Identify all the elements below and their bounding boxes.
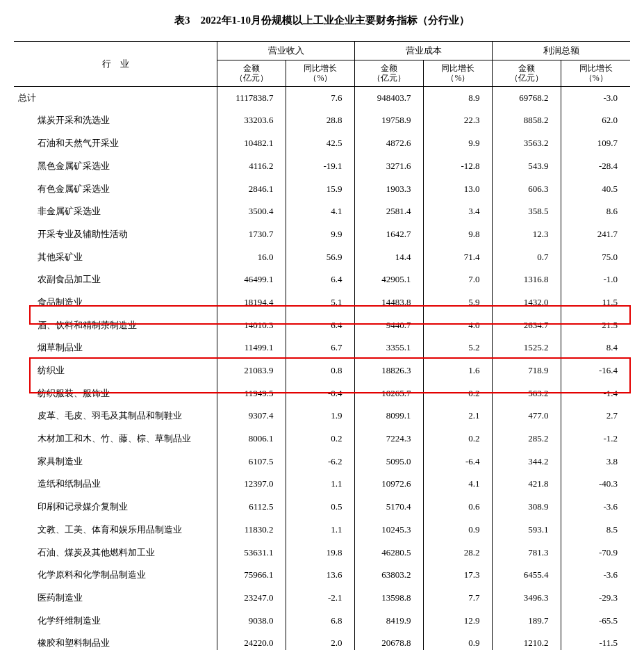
- cell-prof: 344.2: [493, 450, 561, 473]
- cell-industry: 石油和天然气开采业: [14, 132, 217, 155]
- cell-prof: 189.7: [493, 610, 561, 633]
- col-cost-amount: 金额（亿元）: [355, 60, 424, 87]
- cell-costg: 4.1: [424, 473, 493, 496]
- cell-industry: 木材加工和木、竹、藤、棕、草制品业: [14, 428, 217, 450]
- table-row: 纺织业21083.90.818826.31.6718.9-16.4: [14, 359, 630, 382]
- cell-industry: 烟草制品业: [14, 336, 217, 359]
- cell-prof: 1316.8: [493, 268, 561, 291]
- cell-rev: 16.0: [217, 246, 286, 269]
- cell-prof: 1432.0: [493, 291, 561, 314]
- cell-rev: 75966.1: [217, 564, 286, 587]
- cell-revg: 6.7: [286, 336, 355, 359]
- cell-cost: 14483.8: [355, 291, 424, 314]
- cell-cost: 8419.9: [355, 610, 424, 633]
- table-row: 化学纤维制造业9038.06.88419.912.9189.7-65.5: [14, 610, 630, 633]
- table-container: 行 业 营业收入 营业成本 利润总额 金额（亿元） 同比增长（%） 金额（亿元）…: [14, 41, 630, 650]
- cell-profg: 8.5: [561, 519, 630, 542]
- table-row: 酒、饮料和精制茶制造业14010.36.49440.74.02634.721.5: [14, 314, 630, 337]
- table-row: 烟草制品业11499.16.73355.15.21525.28.4: [14, 336, 630, 359]
- cell-revg: 6.4: [286, 268, 355, 291]
- cell-costg: 9.8: [424, 223, 493, 246]
- table-body: 总计1117838.77.6948403.78.969768.2-3.0煤炭开采…: [14, 86, 630, 650]
- cell-prof: 12.3: [493, 223, 561, 246]
- cell-prof: 285.2: [493, 428, 561, 450]
- table-row: 家具制造业6107.5-6.25095.0-6.4344.23.8: [14, 450, 630, 473]
- cell-revg: -19.1: [286, 155, 355, 178]
- cell-profg: 40.5: [561, 178, 630, 201]
- col-rev-growth: 同比增长（%）: [286, 60, 355, 87]
- cell-cost: 5170.4: [355, 496, 424, 519]
- table-row: 皮革、毛皮、羽毛及其制品和制鞋业9307.41.98099.12.1477.02…: [14, 405, 630, 428]
- cell-profg: -29.3: [561, 587, 630, 610]
- cell-costg: 8.9: [424, 86, 493, 109]
- cell-profg: 3.8: [561, 450, 630, 473]
- cell-prof: 563.2: [493, 382, 561, 405]
- cell-rev: 14010.3: [217, 314, 286, 337]
- col-group-revenue: 营业收入: [217, 42, 355, 60]
- cell-profg: -40.3: [561, 473, 630, 496]
- cell-profg: 21.5: [561, 314, 630, 337]
- cell-cost: 10972.6: [355, 473, 424, 496]
- cell-prof: 421.8: [493, 473, 561, 496]
- cell-revg: 1.9: [286, 405, 355, 428]
- cell-revg: 28.8: [286, 109, 355, 132]
- cell-profg: -3.0: [561, 86, 630, 109]
- col-rev-amount: 金额（亿元）: [217, 60, 286, 87]
- cell-costg: 13.0: [424, 178, 493, 201]
- cell-rev: 6107.5: [217, 450, 286, 473]
- cell-prof: 593.1: [493, 519, 561, 542]
- cell-industry: 皮革、毛皮、羽毛及其制品和制鞋业: [14, 405, 217, 428]
- cell-revg: -6.2: [286, 450, 355, 473]
- cell-rev: 53631.1: [217, 542, 286, 564]
- cell-costg: 0.9: [424, 519, 493, 542]
- cell-cost: 1642.7: [355, 223, 424, 246]
- table-row: 医药制造业23247.0-2.113598.87.73496.3-29.3: [14, 587, 630, 610]
- col-prof-amount: 金额（亿元）: [493, 60, 561, 87]
- cell-revg: 4.1: [286, 200, 355, 223]
- cell-prof: 0.7: [493, 246, 561, 269]
- table-row: 黑色金属矿采选业4116.2-19.13271.6-12.8543.9-28.4: [14, 155, 630, 178]
- table-row: 化学原料和化学制品制造业75966.113.663803.217.36455.4…: [14, 564, 630, 587]
- col-prof-growth: 同比增长（%）: [561, 60, 630, 87]
- cell-revg: 2.0: [286, 632, 355, 650]
- cell-costg: 71.4: [424, 246, 493, 269]
- cell-prof: 69768.2: [493, 86, 561, 109]
- cell-costg: 0.6: [424, 496, 493, 519]
- cell-costg: 9.9: [424, 132, 493, 155]
- cell-profg: 62.0: [561, 109, 630, 132]
- cell-revg: 1.1: [286, 519, 355, 542]
- cell-industry: 纺织服装、服饰业: [14, 382, 217, 405]
- cell-cost: 7224.3: [355, 428, 424, 450]
- cell-rev: 2846.1: [217, 178, 286, 201]
- table-header: 行 业 营业收入 营业成本 利润总额 金额（亿元） 同比增长（%） 金额（亿元）…: [14, 42, 630, 87]
- cell-cost: 10265.7: [355, 382, 424, 405]
- cell-profg: -28.4: [561, 155, 630, 178]
- cell-cost: 46280.5: [355, 542, 424, 564]
- cell-cost: 19758.9: [355, 109, 424, 132]
- cell-rev: 12397.0: [217, 473, 286, 496]
- table-row: 木材加工和木、竹、藤、棕、草制品业8006.10.27224.30.2285.2…: [14, 428, 630, 450]
- cell-cost: 1903.3: [355, 178, 424, 201]
- table-row: 印刷和记录媒介复制业6112.50.55170.40.6308.9-3.6: [14, 496, 630, 519]
- table-row: 文教、工美、体育和娱乐用品制造业11830.21.110245.30.9593.…: [14, 519, 630, 542]
- table-row: 其他采矿业16.056.914.471.40.775.0: [14, 246, 630, 269]
- cell-prof: 308.9: [493, 496, 561, 519]
- cell-rev: 23247.0: [217, 587, 286, 610]
- table-row: 煤炭开采和洗选业33203.628.819758.922.38858.262.0: [14, 109, 630, 132]
- cell-costg: 28.2: [424, 542, 493, 564]
- cell-rev: 46499.1: [217, 268, 286, 291]
- cell-costg: 12.9: [424, 610, 493, 633]
- cell-costg: 3.4: [424, 200, 493, 223]
- cell-costg: 0.9: [424, 632, 493, 650]
- cell-profg: 75.0: [561, 246, 630, 269]
- cell-costg: 2.1: [424, 405, 493, 428]
- cell-profg: -70.9: [561, 542, 630, 564]
- financial-table: 行 业 营业收入 营业成本 利润总额 金额（亿元） 同比增长（%） 金额（亿元）…: [14, 41, 630, 650]
- cell-cost: 20678.8: [355, 632, 424, 650]
- cell-cost: 4872.6: [355, 132, 424, 155]
- table-row: 总计1117838.77.6948403.78.969768.2-3.0: [14, 86, 630, 109]
- cell-rev: 9038.0: [217, 610, 286, 633]
- cell-cost: 8099.1: [355, 405, 424, 428]
- cell-industry: 造纸和纸制品业: [14, 473, 217, 496]
- cell-rev: 11830.2: [217, 519, 286, 542]
